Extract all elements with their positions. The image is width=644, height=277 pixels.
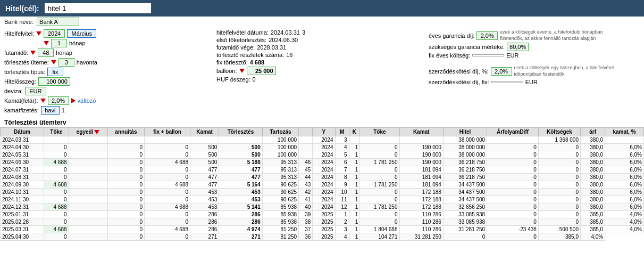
- table-cell: 2024.10.31: [1, 189, 44, 196]
- eves-garancia-val[interactable]: 2,0%: [476, 31, 498, 40]
- table-cell: 1: [349, 159, 360, 166]
- table-cell: 9: [335, 181, 349, 189]
- bank-label: Bank neve:: [4, 19, 34, 25]
- torleszto-reszletek-val: 16: [286, 52, 292, 58]
- col-arfolyamdiff: ÁrfolyamDiff: [487, 128, 539, 136]
- table-cell: 4 688: [145, 159, 190, 166]
- table-cell: 38 000 000: [443, 151, 487, 159]
- table-cell: 385,0: [580, 218, 605, 226]
- szerzodeskotesi-szazalek-val[interactable]: 2,0%: [491, 67, 512, 76]
- turelmi-val[interactable]: 1: [51, 39, 67, 47]
- table-cell: [299, 151, 313, 159]
- table-cell: 190 000: [399, 151, 443, 159]
- col-empty: [299, 128, 313, 136]
- table-cell: 100 000: [262, 144, 298, 151]
- table-cell: 500: [190, 144, 219, 151]
- table-cell: 453: [190, 189, 219, 196]
- table-cell: 0: [538, 196, 580, 203]
- triangle-uteme: [51, 60, 56, 64]
- table-cell: 6,0%: [605, 166, 644, 174]
- table-cell: 100 000: [262, 136, 298, 144]
- deviza-val[interactable]: EUR: [25, 87, 46, 95]
- hitel-input[interactable]: [45, 3, 151, 13]
- szerzodeskotesi-fix-row: szerződéskötési díj, fix: EUR: [429, 79, 640, 85]
- table-cell: [360, 136, 399, 144]
- kamatfizetes-row: kamatfizetés: havi 1: [4, 106, 215, 115]
- table-cell: 385,0: [580, 211, 605, 218]
- table-cell: 0: [538, 159, 580, 166]
- table-cell: 477: [219, 174, 262, 181]
- table-cell: 271: [190, 233, 219, 241]
- szerzodeskotesi-fix-val[interactable]: [491, 81, 523, 83]
- table-cell: 6,0%: [605, 196, 644, 203]
- note1: ezek a költségek évente, a hiteforduló h…: [500, 29, 606, 42]
- table-cell: 42: [299, 189, 313, 196]
- table-cell: 2024: [313, 159, 335, 166]
- balloon-row: balloon: 25 000: [216, 67, 428, 75]
- table-cell: 0: [107, 218, 144, 226]
- szukseges-garancia-val[interactable]: 80,0%: [507, 43, 529, 51]
- table-cell: 38 000 000: [443, 144, 487, 151]
- table-row: 2024.08.3100047747795 313442024810181 09…: [1, 174, 644, 181]
- futamido-unit: hónap: [56, 50, 72, 56]
- honap-field[interactable]: Március: [67, 29, 96, 38]
- table-cell: 2024: [313, 144, 335, 151]
- table-cell: 1: [349, 166, 360, 174]
- col-toke2: Tőke: [360, 128, 399, 136]
- col-arf: árf: [580, 128, 605, 136]
- szerzodeskotesi-szazalek-row: szerződéskötési díj, %: 2,0% ezek a költ…: [429, 65, 640, 77]
- table-cell: 0: [360, 151, 399, 159]
- kamatfizetes-val[interactable]: havi: [41, 106, 60, 115]
- table-cell: 2024.07.31: [1, 166, 44, 174]
- table-cell: 2024.09.30: [1, 181, 44, 189]
- table-cell: 38 000 000: [443, 136, 487, 144]
- table-cell: 4,0%: [580, 233, 605, 241]
- table-container[interactable]: Dátum Tőke egyedi annuitás fix + ballon …: [0, 127, 644, 241]
- torleszto-reszletek-label: törlesztő részletek száma:: [216, 52, 284, 58]
- huf-osszeg-row: HUF összeg: 0: [216, 76, 428, 83]
- table-cell: 4: [335, 144, 349, 151]
- hitelossszeg-val[interactable]: 100 000: [38, 77, 70, 86]
- table-cell: 0: [538, 181, 580, 189]
- table-cell: 0: [360, 189, 399, 196]
- table-cell: 0: [44, 218, 69, 226]
- table-cell: 0: [44, 196, 69, 203]
- table-cell: [605, 136, 644, 144]
- table-cell: 4,0%: [605, 218, 644, 226]
- ev-field[interactable]: 2024: [44, 29, 65, 38]
- table-cell: 0: [107, 181, 144, 189]
- table-cell: 0: [538, 166, 580, 174]
- eves-garancia-row: éves garancia díj: 2,0% ezek a költségek…: [429, 29, 640, 42]
- torlesztes-tipus-val[interactable]: fix: [47, 68, 63, 76]
- table-cell: 1 368 000: [538, 136, 580, 144]
- table-cell: 500: [219, 144, 262, 151]
- table-cell: 110 286: [399, 226, 443, 233]
- kamat-val[interactable]: 2,0%: [48, 96, 69, 105]
- balloon-val[interactable]: 25 000: [247, 67, 276, 75]
- table-cell: [69, 159, 107, 166]
- table-cell: 0: [44, 211, 69, 218]
- torlesztes-uteme-row: törlesztés üteme: 3 havonta: [4, 58, 215, 67]
- hitelossszeg-label: Hitelösszeg:: [4, 78, 36, 85]
- table-cell: 85 938: [262, 203, 298, 211]
- form-section: Hitelfelvitel: 2024 Március 1 hónap futa…: [0, 27, 644, 117]
- table-cell: 40: [299, 203, 313, 211]
- col-annuitas: annuitás: [107, 128, 144, 136]
- table-cell: 0: [44, 166, 69, 174]
- table-cell: 33 085 938: [443, 211, 487, 218]
- table-cell: 172 188: [399, 196, 443, 203]
- table-cell: 0: [145, 144, 190, 151]
- col-datum: Dátum: [1, 128, 44, 136]
- table-cell: 46: [299, 159, 313, 166]
- table-cell: 4 974: [219, 226, 262, 233]
- table-cell: 380,0: [580, 151, 605, 159]
- table-cell: 477: [190, 166, 219, 174]
- torlesztes-uteme-val[interactable]: 3: [58, 58, 74, 67]
- balloon-label: balloon:: [216, 68, 237, 74]
- table-cell: 4 688: [44, 181, 69, 189]
- table-cell: 6,0%: [605, 144, 644, 151]
- futamido-val[interactable]: 48: [38, 48, 54, 57]
- table-cell: 477: [219, 166, 262, 174]
- table-cell: 1: [349, 211, 360, 218]
- fix-eves-koltseg-val[interactable]: [472, 54, 504, 56]
